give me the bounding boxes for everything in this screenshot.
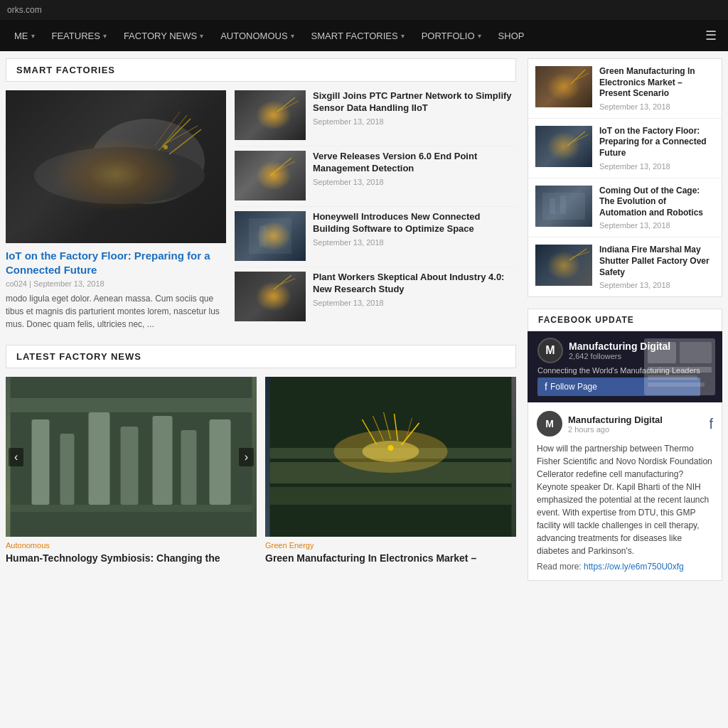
sf-article-4-thumb — [235, 272, 306, 321]
svg-rect-29 — [270, 487, 512, 505]
sidebar-article-1: Green Manufacturing In Electronics Marke… — [528, 59, 722, 119]
facebook-post-read-more: Read more: https://ow.ly/e6m750U0xfg — [537, 562, 713, 572]
sidebar-article-4-thumb — [535, 245, 592, 286]
sidebar-article-3-thumb — [535, 186, 592, 227]
svg-line-15 — [274, 275, 291, 289]
svg-line-40 — [571, 70, 585, 84]
nav-item-factory-news[interactable]: FACTORY NEWS ▾ — [115, 20, 212, 51]
sf-article-2-thumb — [235, 151, 306, 200]
sf-article-3-title[interactable]: Honeywell Introduces New Connected Build… — [313, 211, 516, 235]
navigation: ME ▾ FEATURES ▾ FACTORY NEWS ▾ AUTONOMOU… — [0, 20, 728, 51]
sidebar-article-2-date: September 13, 2018 — [599, 162, 714, 171]
facebook-section-header: FACEBOOK UPDATE — [528, 309, 722, 331]
svg-line-12 — [274, 161, 295, 172]
lfn-card-2-image — [265, 377, 516, 537]
lfn-card-2-title[interactable]: Green Manufacturing In Electronics Marke… — [265, 552, 516, 564]
featured-article: IoT on the Factory Floor: Preparing for … — [6, 90, 226, 331]
facebook-post-time: 2 hours ago — [568, 425, 663, 434]
svg-line-47 — [569, 249, 587, 260]
sf-article-4-body: Plant Workers Skeptical About Industry 4… — [313, 272, 516, 321]
lfn-card-1-prev-button[interactable]: ‹ — [9, 448, 23, 466]
nav-item-features[interactable]: FEATURES ▾ — [43, 20, 115, 51]
sidebar-article-3-title[interactable]: Coming Out of the Cage: The Evolution of… — [599, 186, 714, 219]
facebook-banner: M Manufacturing Digital 2,642 followers … — [528, 331, 722, 402]
facebook-post-avatar: M — [537, 411, 562, 437]
sidebar-article-1-title[interactable]: Green Manufacturing In Electronics Marke… — [599, 66, 714, 100]
svg-rect-46 — [560, 196, 566, 214]
sidebar-article-1-thumb — [535, 66, 592, 107]
facebook-post-header: M Manufacturing Digital 2 hours ago f — [537, 411, 713, 437]
sf-article-1-body: Sixgill Joins PTC Partner Network to Sim… — [313, 90, 516, 140]
sf-article-2-body: Verve Releases Version 6.0 End Point Man… — [313, 151, 516, 200]
sidebar-article-1-body: Green Manufacturing In Electronics Marke… — [599, 66, 714, 111]
facebook-banner-preview — [644, 338, 715, 395]
featured-article-image — [6, 90, 226, 243]
svg-rect-21 — [121, 427, 139, 505]
svg-point-8 — [164, 145, 168, 149]
svg-rect-53 — [648, 375, 697, 380]
sidebar-article-3-body: Coming Out of the Cage: The Evolution of… — [599, 186, 714, 230]
smart-factories-header: SMART FACTORIES — [6, 58, 516, 82]
svg-rect-20 — [89, 412, 110, 505]
smart-factories-section: SMART FACTORIES — [6, 58, 516, 331]
svg-point-2 — [34, 147, 205, 204]
sidebar-article-2-title[interactable]: IoT on the Factory Floor: Preparing for … — [599, 126, 714, 159]
featured-article-author: co024 — [6, 279, 27, 288]
sf-article-4-title[interactable]: Plant Workers Skeptical About Industry 4… — [313, 272, 516, 296]
lfn-card-1: ‹ › Autonomous Human-Technology Symbiosi… — [6, 377, 257, 564]
lfn-card-1-next-button[interactable]: › — [239, 448, 254, 466]
nav-item-autonomous[interactable]: AUTONOMOUS ▾ — [212, 20, 302, 51]
lfn-grid: ‹ › Autonomous Human-Technology Symbiosi… — [6, 377, 516, 564]
sf-article-4-date: September 13, 2018 — [313, 299, 516, 307]
sf-article-2: Verve Releases Version 6.0 End Point Man… — [235, 151, 516, 207]
sidebar-article-2-body: IoT on the Factory Floor: Preparing for … — [599, 126, 714, 171]
sidebar-article-2: IoT on the Factory Floor: Preparing for … — [528, 119, 722, 178]
sidebar-article-4-title[interactable]: Indiana Fire Marshal May Shutter Pallet … — [599, 245, 714, 278]
svg-rect-24 — [210, 419, 231, 505]
svg-rect-52 — [648, 367, 712, 373]
facebook-brand-icon: f — [709, 416, 713, 432]
sf-article-1: Sixgill Joins PTC Partner Network to Sim… — [235, 90, 516, 146]
lfn-card-2-tag[interactable]: Green Energy — [265, 541, 516, 550]
sidebar-article-3: Coming Out of the Cage: The Evolution of… — [528, 178, 722, 238]
lfn-card-1-tag[interactable]: Autonomous — [6, 541, 257, 550]
svg-point-32 — [363, 441, 419, 462]
facebook-section: FACEBOOK UPDATE M Manufacturing Digital … — [528, 309, 722, 581]
nav-item-portfolio[interactable]: PORTFOLIO ▾ — [413, 20, 490, 51]
sf-article-3-body: Honeywell Introduces New Connected Build… — [313, 211, 516, 261]
sf-article-2-title[interactable]: Verve Releases Version 6.0 End Point Man… — [313, 151, 516, 175]
featured-article-date: September 13, 2018 — [33, 279, 105, 288]
facebook-post-author-name: Manufacturing Digital — [568, 414, 663, 425]
svg-rect-14 — [259, 225, 267, 247]
sf-article-1-date: September 13, 2018 — [313, 117, 516, 126]
sidebar-article-2-thumb — [535, 126, 592, 167]
url-bar: orks.com — [7, 5, 42, 15]
sf-article-list: Sixgill Joins PTC Partner Network to Sim… — [235, 90, 516, 331]
sf-article-2-date: September 13, 2018 — [313, 178, 516, 186]
sidebar-article-1-date: September 13, 2018 — [599, 102, 714, 111]
nav-item-me[interactable]: ME ▾ — [6, 20, 43, 51]
nav-item-smart-factories[interactable]: SMART FACTORIES ▾ — [303, 20, 413, 51]
latest-factory-news-header: LATEST FACTORY NEWS — [6, 345, 516, 368]
nav-item-shop[interactable]: SHOP — [490, 20, 533, 51]
svg-line-42 — [567, 132, 585, 146]
featured-article-title[interactable]: IoT on the Factory Floor: Preparing for … — [6, 249, 226, 277]
sidebar-article-4-date: September 13, 2018 — [599, 281, 714, 289]
lfn-card-1-image: ‹ › — [6, 377, 257, 537]
sidebar-article-3-date: September 13, 2018 — [599, 221, 714, 230]
sidebar-article-4-body: Indiana Fire Marshal May Shutter Pallet … — [599, 245, 714, 289]
svg-rect-45 — [550, 198, 555, 214]
facebook-post-author-info: Manufacturing Digital 2 hours ago — [568, 414, 663, 434]
facebook-post-link[interactable]: https://ow.ly/e6m750U0xfg — [584, 562, 684, 572]
sf-article-1-title[interactable]: Sixgill Joins PTC Partner Network to Sim… — [313, 90, 516, 114]
svg-point-39 — [388, 445, 394, 451]
featured-article-excerpt: modo ligula eget dolor. Aenean massa. Cu… — [6, 292, 226, 331]
page-wrapper: SMART FACTORIES — [0, 51, 728, 588]
lfn-card-1-title[interactable]: Human-Technology Symbiosis: Changing the — [6, 552, 257, 564]
svg-rect-25 — [11, 398, 252, 412]
sidebar-articles-section: Green Manufacturing In Electronics Marke… — [528, 58, 722, 297]
read-more-label: Read more: — [537, 562, 582, 572]
nav-items: ME ▾ FEATURES ▾ FACTORY NEWS ▾ AUTONOMOU… — [6, 20, 532, 51]
hamburger-menu-icon[interactable]: ☰ — [700, 28, 722, 43]
latest-factory-news-section: LATEST FACTORY NEWS — [6, 345, 516, 564]
